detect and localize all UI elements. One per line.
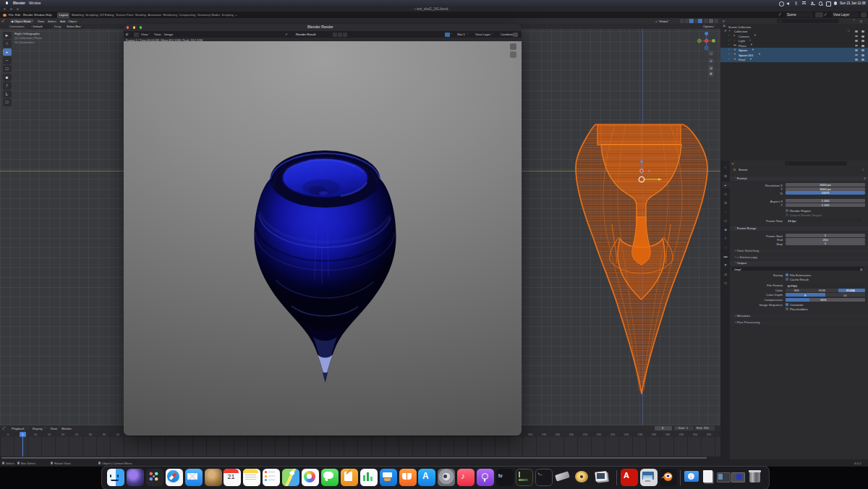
svg-text:○: ○: [710, 51, 712, 56]
svg-text:+: +: [710, 59, 712, 63]
svg-text:#: #: [710, 72, 712, 76]
svg-text:◘: ◘: [710, 67, 712, 70]
